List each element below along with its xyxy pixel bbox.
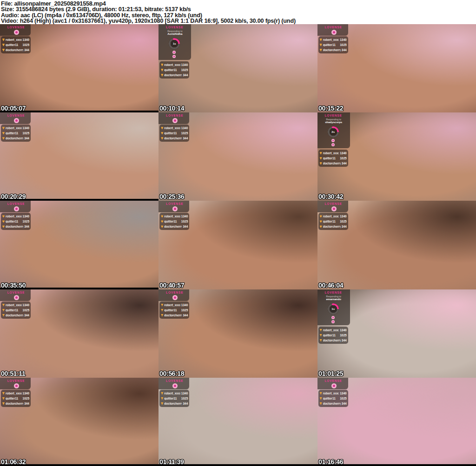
trophy-icon xyxy=(320,334,322,336)
trophy-icon xyxy=(320,225,322,228)
leaderboard-row: quitter11 1025 xyxy=(161,131,188,136)
trophy-icon xyxy=(2,314,5,316)
leaderboard-row: quitter11 1025 xyxy=(161,396,188,401)
ring-time: 1s xyxy=(328,303,339,315)
timestamp-label: 00:46:04 xyxy=(318,281,343,289)
tip-leaderboard: robert_xxxxx 1340 quitter11 1025 doctorc… xyxy=(159,213,189,230)
leaderboard-row: quitter11 1025 xyxy=(2,308,29,313)
leaderboard-row: doctorcherry 344 xyxy=(2,47,29,53)
timestamp-label: 01:01:25 xyxy=(318,369,343,377)
tipper-name: robert_xxxxx xyxy=(164,126,180,130)
timestamp-label: 00:40:57 xyxy=(159,281,184,289)
trophy-icon xyxy=(320,49,322,51)
leaderboard-row: robert_xxxxx 1340 xyxy=(2,391,29,396)
lovense-watermark: LOVENSE xyxy=(325,379,342,382)
leaderboard-row: quitter11 1025 xyxy=(320,42,347,47)
tip-leaderboard: robert_xxxxx 1340 quitter11 1025 doctorc… xyxy=(1,213,31,230)
trophy-icon xyxy=(320,152,322,154)
trophy-icon xyxy=(320,220,322,223)
tipper-name: robert_xxxxx xyxy=(6,303,22,307)
tip-amount: 1025 xyxy=(340,397,346,400)
trophy-icon xyxy=(2,44,5,46)
tip-leaderboard: robert_xxxxx 1340 quitter11 1025 doctorc… xyxy=(1,125,31,142)
tipper-name: robert_xxxxx xyxy=(323,38,339,41)
timestamp-label: 00:15:22 xyxy=(318,104,343,112)
video-thumbnail: LOVENSE robert_xxxxx 1340 quitter11 1025… xyxy=(159,289,317,378)
timestamp-label: 00:20:29 xyxy=(1,192,26,200)
tip-leaderboard: robert_xxxxx 1340 quitter11 1025 doctorc… xyxy=(318,36,348,53)
leaderboard-row: quitter11 1025 xyxy=(161,67,188,72)
trophy-icon xyxy=(320,397,322,400)
tip-amount: 344 xyxy=(342,225,347,228)
tip-leaderboard: robert_xxxxx 1340 quitter11 1025 doctorc… xyxy=(318,390,348,407)
trophy-icon xyxy=(320,215,322,217)
trophy-icon xyxy=(320,39,322,41)
lovense-toy-icon xyxy=(14,295,19,300)
tipper-name: quitter11 xyxy=(164,308,180,312)
tipper-name: doctorcherry xyxy=(323,339,341,342)
video-thumbnail: LOVENSE robert_xxxxx 1340 quitter11 1025… xyxy=(159,112,317,201)
tip-amount: 1025 xyxy=(23,43,29,46)
tipper-name: doctorcherry xyxy=(323,402,341,405)
leaderboard-row: doctorcherry 344 xyxy=(2,136,29,141)
tipper-name: doctorcherry xyxy=(164,137,182,140)
leaderboard-row: quitter11 1025 xyxy=(161,308,188,313)
responding-user: shadyscorps xyxy=(317,121,350,124)
tip-amount: 1025 xyxy=(23,308,29,312)
tip-amount: 1340 xyxy=(23,392,29,395)
lovense-watermark: LOVENSE xyxy=(166,26,183,29)
tipper-name: quitter11 xyxy=(323,157,339,160)
tipper-name: quitter11 xyxy=(6,43,22,46)
lovense-toy-icon xyxy=(331,206,337,211)
leaderboard-row: doctorcherry 344 xyxy=(2,401,29,406)
tip-amount: 344 xyxy=(183,402,188,405)
tipper-name: doctorcherry xyxy=(6,314,23,317)
tip-amount: 1340 xyxy=(340,328,346,332)
tipper-name: quitter11 xyxy=(164,131,180,135)
video-info-line: Video: h264 (High) (avc1 / 0x31637661), … xyxy=(1,18,476,24)
tip-amount: 1025 xyxy=(340,220,346,223)
tip-leaderboard: robert_xxxxx 1340 quitter11 1025 doctorc… xyxy=(159,61,189,79)
trophy-icon xyxy=(161,392,163,394)
trophy-icon xyxy=(2,402,5,405)
tip-leaderboard: robert_xxxxx 1340 quitter11 1025 doctorc… xyxy=(159,125,189,142)
video-thumbnail: LOVENSE Responding to AcridAldha 1s robe… xyxy=(159,24,317,112)
leaderboard-row: doctorcherry 344 xyxy=(161,224,188,229)
leaderboard-row: robert_xxxxx 1340 xyxy=(320,391,347,396)
tip-leaderboard: robert_xxxxx 1340 quitter11 1025 doctorc… xyxy=(1,302,31,319)
tipper-name: robert_xxxxx xyxy=(6,38,22,41)
leaderboard-row: doctorcherry 344 xyxy=(2,224,29,229)
tip-amount: 344 xyxy=(24,225,29,228)
tipper-name: robert_xxxxx xyxy=(164,63,180,66)
tipper-name: quitter11 xyxy=(164,68,180,72)
tip-leaderboard: robert_xxxxx 1340 quitter11 1025 doctorc… xyxy=(1,36,31,53)
timestamp-label: 00:51:11 xyxy=(1,369,25,377)
video-thumbnail: LOVENSE robert_xxxxx 1340 quitter11 1025… xyxy=(0,201,159,289)
tipper-name: quitter11 xyxy=(323,397,339,400)
toy-emoji-icon xyxy=(331,143,335,146)
trophy-icon xyxy=(2,132,5,134)
file-info-header: File: allisonpalmer_202508291558.mp4 Siz… xyxy=(0,0,476,24)
tipper-name: quitter11 xyxy=(6,308,22,312)
leaderboard-row: quitter11 1025 xyxy=(320,156,347,161)
toy-emoji-icon xyxy=(331,316,335,319)
leaderboard-row: robert_xxxxx 1340 xyxy=(2,302,29,308)
video-thumbnail: LOVENSE robert_xxxxx 1340 quitter11 1025… xyxy=(317,378,476,466)
toy-emoji-icon xyxy=(331,139,335,142)
tip-amount: 344 xyxy=(183,73,188,77)
tipper-name: quitter11 xyxy=(164,397,180,400)
trophy-icon xyxy=(161,309,163,311)
tipper-name: robert_xxxxx xyxy=(6,392,22,395)
leaderboard-row: doctorcherry 344 xyxy=(161,72,188,78)
tip-amount: 1340 xyxy=(340,392,346,395)
tipper-name: quitter11 xyxy=(323,220,339,223)
leaderboard-row: doctorcherry 344 xyxy=(161,136,188,141)
trophy-icon xyxy=(2,49,5,51)
leaderboard-row: doctorcherry 344 xyxy=(320,338,347,343)
timestamp-label: 00:35:50 xyxy=(1,281,26,289)
tipper-name: robert_xxxxx xyxy=(323,151,339,155)
trophy-icon xyxy=(320,402,322,405)
tipper-name: doctorcherry xyxy=(164,314,182,317)
tipper-name: doctorcherry xyxy=(6,402,23,405)
tip-amount: 1340 xyxy=(181,63,188,66)
